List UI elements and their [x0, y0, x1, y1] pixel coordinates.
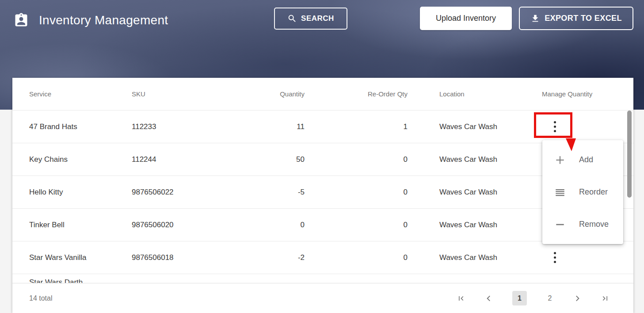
page-number-2[interactable]: 2 — [546, 294, 554, 302]
table-header-row: Service SKU Quantity Re-Order Qty Locati… — [12, 78, 633, 111]
chevron-left-icon — [485, 294, 493, 302]
kebab-menu-icon[interactable] — [546, 248, 564, 267]
menu-item-label: Reorder — [579, 187, 608, 197]
column-header-sku: SKU — [132, 90, 261, 98]
cell-reorder-qty: 0 — [305, 221, 408, 229]
cell-location: Waves Car Wash — [408, 188, 542, 197]
cell-location: Waves Car Wash — [408, 253, 542, 262]
cell-reorder-qty: 1 — [305, 122, 408, 131]
inventory-badge-icon — [13, 12, 29, 28]
export-to-excel-button[interactable]: EXPORT TO EXCEL — [519, 7, 633, 30]
cell-service: 47 Brand Hats — [29, 122, 132, 131]
cell-service: Key Chains — [29, 155, 132, 164]
cell-sku: 112244 — [132, 155, 261, 164]
column-header-manage-quantity: Manage Quantity — [542, 90, 633, 98]
cell-service: Tinker Bell — [29, 221, 132, 229]
reorder-icon — [554, 186, 566, 198]
export-to-excel-label: EXPORT TO EXCEL — [545, 14, 622, 23]
cell-sku: 9876506022 — [132, 188, 261, 197]
search-button-label: SEARCH — [301, 14, 334, 23]
title-group: Inventory Management — [13, 12, 168, 28]
page-title: Inventory Management — [39, 13, 168, 27]
table-row: Key Chains 112244 50 0 Waves Car Wash — [12, 143, 633, 176]
column-header-quantity: Quantity — [261, 90, 305, 98]
first-page-button[interactable] — [457, 294, 465, 303]
table-scrollbar[interactable] — [627, 111, 632, 198]
upload-inventory-label: Upload Inventory — [436, 14, 496, 23]
plus-icon — [554, 154, 566, 166]
menu-item-reorder[interactable]: Reorder — [542, 176, 623, 208]
cell-quantity: -5 — [261, 188, 305, 197]
minus-icon — [554, 218, 566, 231]
cell-service: Star Wars Vanilla — [29, 253, 132, 262]
cell-reorder-qty: 0 — [305, 188, 408, 197]
annotation-arrow — [561, 135, 583, 155]
cell-reorder-qty: 0 — [305, 253, 408, 262]
menu-item-label: Remove — [579, 220, 609, 229]
column-header-service: Service — [29, 90, 132, 98]
table-row: Tinker Bell 9876506020 0 0 Waves Car Was… — [12, 209, 633, 241]
cell-location: Waves Car Wash — [408, 155, 542, 164]
cell-quantity: 11 — [261, 122, 305, 131]
cell-sku: 9876506020 — [132, 221, 261, 229]
cell-location: Waves Car Wash — [408, 221, 542, 229]
page-number-1[interactable]: 1 — [512, 291, 527, 305]
menu-item-remove[interactable]: Remove — [542, 208, 623, 240]
previous-page-button[interactable] — [484, 294, 493, 303]
table-row: Hello Kitty 9876506022 -5 0 Waves Car Wa… — [12, 176, 633, 209]
total-count-label: 14 total — [12, 294, 52, 302]
cell-quantity: 50 — [261, 155, 305, 164]
cell-sku: 112233 — [132, 122, 261, 131]
cell-quantity: -2 — [261, 253, 305, 262]
column-header-location: Location — [408, 90, 542, 98]
table-footer: 14 total 1 2 — [12, 283, 633, 313]
table-row-partial: Star Wars Darth — [12, 274, 633, 283]
cell-quantity: 0 — [261, 221, 305, 229]
first-page-icon — [457, 294, 465, 303]
search-icon — [287, 14, 297, 23]
search-button[interactable]: SEARCH — [274, 8, 347, 30]
cell-sku: 9876506018 — [132, 253, 261, 262]
upload-inventory-button[interactable]: Upload Inventory — [420, 7, 512, 30]
last-page-icon — [601, 294, 610, 303]
column-header-reorder-qty: Re-Order Qty — [305, 90, 408, 98]
pagination: 1 2 — [457, 291, 610, 305]
cell-service: Star Wars Darth — [29, 274, 132, 283]
menu-item-label: Add — [579, 155, 593, 164]
next-page-button[interactable] — [573, 294, 582, 303]
last-page-button[interactable] — [601, 294, 610, 303]
cell-service: Hello Kitty — [29, 188, 132, 197]
cell-reorder-qty: 0 — [305, 155, 408, 164]
chevron-right-icon — [573, 294, 581, 302]
annotation-highlight-box — [534, 112, 572, 138]
download-icon — [530, 14, 540, 23]
table-row: Star Wars Vanilla 9876506018 -2 0 Waves … — [12, 241, 633, 274]
manage-quantity-menu: Add Reorder Remove — [542, 140, 623, 244]
cell-location: Waves Car Wash — [408, 122, 542, 131]
